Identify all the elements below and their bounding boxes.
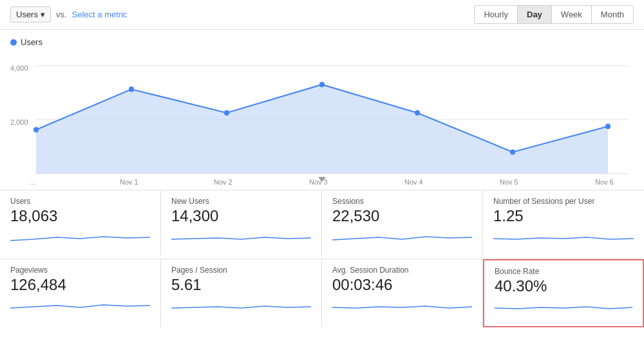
metric-label-users: Users	[10, 197, 150, 206]
mini-chart-sessions	[332, 228, 472, 247]
metric-cell-sessions-per-user: Number of Sessions per User 1.25	[483, 190, 644, 256]
svg-marker-4	[36, 84, 608, 174]
metric-dropdown-label: Users	[16, 10, 38, 19]
metric-cell-avg-session-duration: Avg. Session Duration 00:03:46	[322, 259, 483, 327]
mini-chart-new-users	[171, 228, 311, 247]
svg-point-11	[605, 123, 611, 129]
week-button[interactable]: Week	[552, 6, 592, 23]
metric-label-new-users: New Users	[171, 197, 311, 206]
chevron-down-icon: ▾	[41, 10, 45, 19]
metric-cell-users: Users 18,063	[0, 190, 161, 256]
mini-chart-bounce-rate	[495, 298, 632, 317]
mini-chart-pages-per-session	[171, 296, 311, 316]
legend-label: Users	[21, 37, 43, 47]
metric-cell-pageviews: Pageviews 126,484	[0, 259, 161, 327]
metrics-section: Users 18,063 New Users 14,300 Sessions 2…	[0, 190, 644, 327]
toolbar: Users ▾ vs. Select a metric Hourly Day W…	[0, 0, 644, 30]
metric-value-bounce-rate: 40.30%	[495, 277, 632, 295]
metric-label-bounce-rate: Bounce Rate	[495, 267, 632, 276]
mini-chart-avg-session-duration	[332, 296, 472, 316]
metric-dropdown[interactable]: Users ▾	[10, 6, 51, 23]
select-metric-link[interactable]: Select a metric	[72, 10, 128, 19]
svg-point-9	[415, 110, 420, 115]
metric-value-new-users: 14,300	[171, 207, 311, 225]
chart-legend: Users	[10, 37, 634, 47]
mini-chart-sessions-per-user	[493, 228, 634, 247]
svg-point-5	[33, 127, 39, 132]
metrics-row-2: Pageviews 126,484 Pages / Session 5.61 A…	[0, 259, 644, 327]
vs-label: vs.	[56, 10, 67, 19]
metric-label-avg-session-duration: Avg. Session Duration	[332, 266, 472, 275]
mini-chart-pageviews	[10, 296, 150, 316]
mini-chart-users	[10, 228, 150, 247]
metric-value-pageviews: 126,484	[10, 276, 150, 294]
metric-label-pageviews: Pageviews	[10, 266, 150, 275]
metric-cell-sessions: Sessions 22,530	[322, 190, 483, 256]
svg-point-8	[319, 82, 325, 87]
svg-text:4,000: 4,000	[10, 64, 28, 72]
hourly-button[interactable]: Hourly	[475, 6, 518, 23]
svg-text:2,000: 2,000	[10, 118, 28, 126]
svg-text:Nov 6: Nov 6	[595, 178, 614, 186]
chart-area: Users 4,000 2,000 ...	[0, 30, 644, 187]
legend-dot	[10, 39, 17, 46]
metric-value-sessions-per-user: 1.25	[493, 207, 634, 225]
svg-text:Nov 2: Nov 2	[214, 178, 232, 186]
svg-text:Nov 5: Nov 5	[500, 178, 518, 186]
toolbar-left: Users ▾ vs. Select a metric	[10, 6, 128, 23]
svg-text:Nov 4: Nov 4	[404, 178, 423, 186]
metric-cell-bounce-rate: Bounce Rate 40.30%	[483, 259, 644, 327]
metric-label-sessions-per-user: Number of Sessions per User	[493, 197, 634, 206]
metrics-row-1: Users 18,063 New Users 14,300 Sessions 2…	[0, 190, 644, 256]
svg-text:Nov 3: Nov 3	[309, 178, 328, 186]
day-button[interactable]: Day	[518, 6, 552, 23]
metric-value-users: 18,063	[10, 207, 150, 225]
svg-point-7	[224, 110, 229, 115]
svg-point-6	[129, 87, 134, 92]
main-chart: 4,000 2,000 ... Nov 1 Nov 2	[10, 52, 634, 187]
time-buttons: Hourly Day Week Month	[474, 5, 634, 24]
svg-text:Nov 1: Nov 1	[120, 178, 138, 186]
metric-label-sessions: Sessions	[332, 197, 472, 206]
metric-value-pages-per-session: 5.61	[171, 276, 311, 294]
svg-point-10	[510, 149, 515, 154]
metric-cell-new-users: New Users 14,300	[161, 190, 322, 256]
chart-wrapper: 4,000 2,000 ... Nov 1 Nov 2	[10, 52, 634, 187]
month-button[interactable]: Month	[592, 6, 633, 23]
metric-value-avg-session-duration: 00:03:46	[332, 276, 472, 294]
metric-label-pages-per-session: Pages / Session	[171, 266, 311, 275]
metric-value-sessions: 22,530	[332, 207, 472, 225]
metric-cell-pages-per-session: Pages / Session 5.61	[161, 259, 322, 327]
svg-text:...: ...	[30, 178, 35, 186]
